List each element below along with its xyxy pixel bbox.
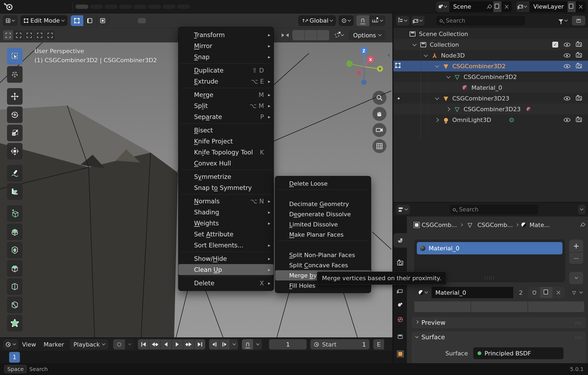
outliner-row[interactable]: OmniLight3D bbox=[393, 114, 588, 125]
rotate-tool[interactable] bbox=[7, 106, 23, 123]
pan-hand-button[interactable] bbox=[372, 107, 386, 121]
header-menu[interactable] bbox=[122, 18, 130, 23]
preview-panel[interactable]: Preview bbox=[411, 316, 586, 329]
expand-chevron-icon[interactable] bbox=[432, 65, 442, 67]
cleanup-menu-item[interactable]: Split Concave Faces bbox=[275, 260, 371, 270]
outliner-editor-type-button[interactable] bbox=[396, 16, 409, 26]
row-label[interactable]: CSGCombiner3D2 bbox=[452, 63, 505, 70]
expand-chevron-icon[interactable] bbox=[421, 55, 430, 56]
cleanup-menu-item[interactable]: Delete Loose bbox=[275, 178, 371, 189]
header-menu[interactable] bbox=[130, 18, 138, 23]
header-menu[interactable] bbox=[114, 18, 122, 23]
row-label[interactable]: Collection bbox=[430, 41, 459, 48]
cleanup-menu-item[interactable] bbox=[275, 189, 371, 199]
new-scene-button[interactable] bbox=[493, 1, 501, 12]
next-frame-button[interactable] bbox=[220, 339, 230, 349]
workspace-tab[interactable] bbox=[148, 5, 161, 9]
header-menu[interactable] bbox=[138, 18, 146, 23]
move-tool[interactable] bbox=[7, 88, 23, 105]
poly-build-tool[interactable] bbox=[7, 315, 23, 331]
snap-toggle-button[interactable]: ∩ bbox=[356, 15, 369, 26]
face-select-button[interactable] bbox=[96, 15, 109, 26]
row-label[interactable]: OmniLight3D bbox=[452, 117, 491, 123]
mesh-menu-item[interactable] bbox=[178, 275, 274, 277]
cleanup-menu-item[interactable]: Decimate Geometry bbox=[275, 199, 371, 209]
knife-tool[interactable] bbox=[7, 297, 23, 313]
disable-render-icon[interactable] bbox=[573, 118, 585, 122]
mesh-menu-item[interactable]: Set Attribute bbox=[178, 229, 274, 240]
properties-collapse-button[interactable] bbox=[578, 205, 585, 214]
expand-chevron-icon[interactable] bbox=[444, 76, 453, 78]
jump-to-start-button[interactable] bbox=[138, 339, 149, 349]
properties-editor-type-button[interactable] bbox=[396, 205, 410, 214]
disable-render-icon[interactable] bbox=[573, 42, 585, 47]
filter-dropdown[interactable] bbox=[556, 16, 570, 26]
playback-dropdown[interactable]: Playback bbox=[70, 339, 108, 349]
row-label[interactable]: CSGCombiner3D23 bbox=[464, 106, 521, 113]
navigation-gizmo[interactable]: Z X Y bbox=[347, 47, 387, 88]
unlink-material-button[interactable] bbox=[553, 287, 564, 298]
tab-tool[interactable] bbox=[393, 233, 407, 248]
scene-name[interactable]: Scene bbox=[449, 3, 484, 10]
properties-search-input[interactable] bbox=[458, 206, 535, 213]
mesh-menu-item[interactable]: Normals ⌥ N bbox=[178, 196, 274, 207]
mesh-menu-item[interactable]: Split ⌥ M bbox=[178, 100, 274, 111]
mesh-menu-item[interactable]: Convex Hull bbox=[178, 158, 274, 169]
select-extend-button[interactable] bbox=[14, 30, 23, 40]
material-action-button[interactable] bbox=[414, 301, 471, 312]
workspace-tab[interactable] bbox=[163, 5, 175, 9]
current-frame-field[interactable]: 1 bbox=[269, 339, 307, 349]
mesh-menu-item[interactable] bbox=[178, 193, 274, 196]
select-invert-button[interactable] bbox=[35, 30, 44, 40]
mesh-menu-item[interactable]: Weights bbox=[178, 218, 274, 229]
cleanup-menu-item[interactable]: Degenerate Dissolve bbox=[275, 209, 371, 219]
mesh-menu-item[interactable]: Merge M bbox=[178, 89, 274, 100]
mirror-axis-button[interactable] bbox=[292, 30, 305, 40]
editor-type-button[interactable] bbox=[3, 15, 18, 26]
browse-material-button[interactable] bbox=[414, 287, 432, 298]
mode-dropdown[interactable]: Edit Mode bbox=[20, 15, 67, 26]
unlink-scene-button[interactable] bbox=[501, 1, 512, 12]
new-viewlayer-button[interactable] bbox=[568, 1, 576, 12]
select-intersect-button[interactable] bbox=[45, 30, 55, 40]
tab-view-layer[interactable] bbox=[393, 284, 407, 298]
properties-search[interactable] bbox=[450, 205, 538, 214]
new-collection-button[interactable] bbox=[572, 16, 585, 26]
gizmo-y-label[interactable]: Y bbox=[378, 67, 381, 71]
drag-dots-icon[interactable] bbox=[575, 320, 582, 325]
vertex-select-button[interactable] bbox=[71, 15, 84, 26]
scale-tool[interactable] bbox=[7, 125, 23, 141]
timeline-ruler[interactable]: 1 bbox=[0, 351, 392, 364]
fake-user-button[interactable] bbox=[528, 287, 540, 298]
material-action-button[interactable] bbox=[471, 301, 527, 312]
outliner-row[interactable]: CSGCombiner3D23 bbox=[393, 93, 588, 104]
disable-render-icon[interactable] bbox=[573, 53, 585, 57]
outliner-row[interactable]: Material_0 bbox=[393, 82, 588, 93]
add-cube-tool[interactable] bbox=[7, 205, 23, 222]
tab-collection[interactable] bbox=[393, 329, 407, 344]
expand-chevron-icon[interactable] bbox=[432, 118, 442, 121]
add-slot-button[interactable]: + bbox=[569, 240, 583, 252]
mesh-menu-item[interactable]: Separate P bbox=[178, 111, 274, 122]
end-frame-field[interactable]: E bbox=[373, 339, 384, 349]
tab-object[interactable] bbox=[393, 347, 407, 361]
outliner-row[interactable]: Scene Collection bbox=[393, 28, 588, 39]
current-frame-indicator[interactable]: 1 bbox=[9, 352, 20, 363]
mesh-menu-item[interactable]: Mirror bbox=[178, 40, 274, 51]
annotate-tool[interactable] bbox=[7, 165, 23, 182]
row-label[interactable]: CSGCombiner3D23 bbox=[452, 95, 509, 102]
next-keyframe-button[interactable] bbox=[183, 339, 194, 349]
outliner-row[interactable]: Node3D bbox=[393, 50, 588, 61]
mesh-menu-item[interactable]: Shading bbox=[178, 207, 274, 218]
zoom-button[interactable] bbox=[372, 91, 386, 105]
options-dropdown[interactable]: Options bbox=[349, 30, 385, 41]
select-set-button[interactable] bbox=[3, 30, 13, 40]
bevel-tool[interactable] bbox=[7, 260, 23, 277]
row-label[interactable]: Scene Collection bbox=[419, 31, 468, 37]
timeline-snap-options[interactable] bbox=[253, 339, 262, 349]
timeline-menu-marker[interactable]: Marker bbox=[40, 341, 68, 348]
prev-frame-button[interactable] bbox=[209, 339, 219, 349]
users-count-button[interactable]: 2 bbox=[513, 287, 528, 298]
breadcrumb-mesh[interactable]: CSGComb... bbox=[478, 222, 513, 228]
disable-render-icon[interactable] bbox=[573, 64, 585, 68]
